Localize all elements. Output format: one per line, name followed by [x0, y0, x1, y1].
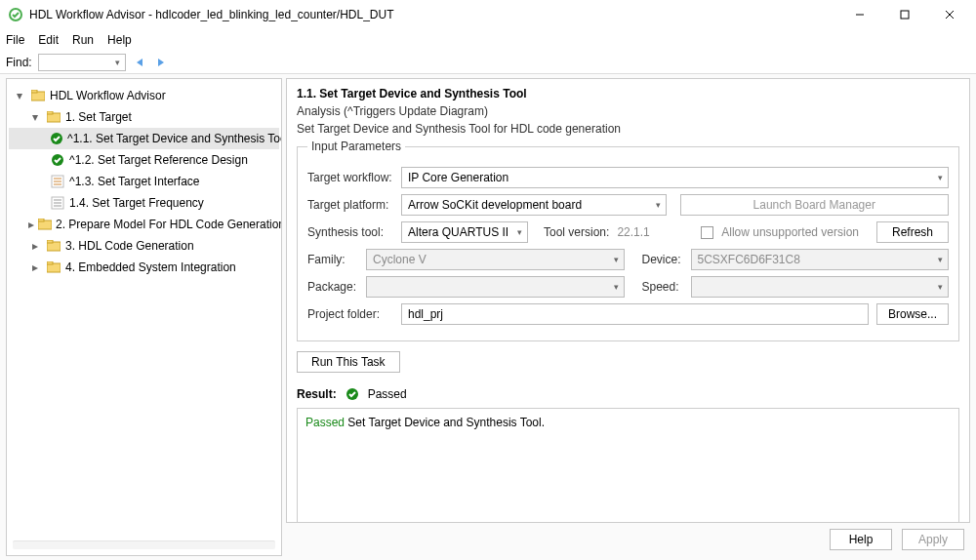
menu-help[interactable]: Help — [107, 33, 132, 47]
folder-icon — [30, 88, 46, 103]
tree-n11[interactable]: ^1.1. Set Target Device and Synthesis To… — [9, 128, 279, 149]
family-select: Cyclone V▾ — [366, 249, 625, 270]
platform-select[interactable]: Arrow SoCKit development board▾ — [401, 194, 667, 216]
tree-pane: ▾ HDL Workflow Advisor ▾ 1. Set Target ^… — [6, 78, 282, 556]
tree-label: ^1.3. Set Target Interface — [69, 175, 200, 188]
svg-rect-8 — [47, 111, 53, 114]
expander-icon[interactable]: ▾ — [28, 110, 42, 124]
menu-edit[interactable]: Edit — [38, 33, 59, 47]
menu-run[interactable]: Run — [72, 33, 94, 47]
synth-select[interactable]: Altera QUARTUS II▾ — [401, 221, 528, 243]
result-text: Set Target Device and Synthesis Tool. — [345, 416, 545, 429]
folder-icon — [46, 238, 61, 254]
tree-n3[interactable]: ▸ 3. HDL Code Generation — [9, 235, 279, 257]
menu-file[interactable]: File — [6, 33, 24, 47]
svg-rect-24 — [47, 261, 53, 264]
synth-value: Altera QUARTUS II — [408, 225, 508, 239]
label-workflow: Target workflow: — [307, 171, 393, 184]
speed-select: ▾ — [691, 276, 950, 298]
label-device: Device: — [642, 253, 683, 266]
apply-button[interactable]: Apply — [902, 529, 964, 550]
folder-icon — [46, 260, 61, 275]
device-value: 5CSXFC6D6F31C8 — [698, 253, 800, 266]
help-button[interactable]: Help — [830, 529, 892, 550]
platform-value: Arrow SoCKit development board — [408, 198, 582, 212]
folder-icon — [38, 217, 52, 232]
device-select: 5CSXFC6D6F31C8▾ — [691, 249, 950, 270]
chevron-down-icon: ▾ — [656, 200, 661, 210]
desc-label: Set Target Device and Synthesis Tool for… — [297, 122, 959, 136]
tree-n14[interactable]: 1.4. Set Target Frequency — [9, 192, 279, 214]
task-icon — [50, 195, 65, 211]
tree-n12[interactable]: ^1.2. Set Target Reference Design — [9, 149, 279, 171]
label-project: Project folder: — [307, 307, 393, 321]
tree-root[interactable]: ▾ HDL Workflow Advisor — [9, 85, 279, 106]
tree-n1[interactable]: ▾ 1. Set Target — [9, 106, 279, 128]
tree-label: 3. HDL Code Generation — [65, 239, 194, 253]
label-family: Family: — [307, 253, 358, 266]
minimize-button[interactable] — [837, 0, 882, 29]
svg-rect-22 — [47, 240, 53, 243]
label-package: Package: — [307, 280, 358, 294]
label-speed: Speed: — [642, 280, 683, 294]
chevron-down-icon: ▾ — [938, 282, 943, 292]
svg-rect-20 — [38, 219, 44, 221]
browse-button[interactable]: Browse... — [876, 303, 949, 325]
chevron-down-icon: ▾ — [517, 227, 522, 237]
package-select: ▾ — [366, 276, 625, 298]
analysis-label: Analysis (^Triggers Update Diagram) — [297, 104, 959, 118]
result-passed: Passed — [305, 416, 345, 429]
expander-icon[interactable]: ▾ — [13, 89, 26, 102]
tree-label: 2. Prepare Model For HDL Code Generation — [56, 218, 281, 231]
label-allow: Allow unsupported version — [721, 225, 859, 239]
result-box: Passed Set Target Device and Synthesis T… — [297, 408, 959, 523]
chevron-down-icon: ▾ — [938, 255, 943, 264]
tree-n4[interactable]: ▸ 4. Embedded System Integration — [9, 257, 279, 278]
horizontal-scrollbar[interactable] — [13, 540, 275, 549]
svg-rect-2 — [901, 11, 909, 19]
project-folder-input[interactable]: hdl_prj — [401, 303, 869, 325]
maximize-button[interactable] — [882, 0, 927, 29]
result-label: Result: — [297, 387, 337, 401]
result-status: Passed — [368, 387, 407, 401]
input-parameters-group: Input Parameters Target workflow: IP Cor… — [297, 140, 959, 341]
tree-label: ^1.2. Set Target Reference Design — [69, 153, 248, 167]
chevron-down-icon: ▾ — [614, 282, 619, 292]
panel-heading: 1.1. Set Target Device and Synthesis Too… — [297, 87, 959, 100]
legend: Input Parameters — [307, 140, 405, 153]
run-this-task-button[interactable]: Run This Task — [297, 351, 400, 373]
tree-label: HDL Workflow Advisor — [50, 89, 166, 102]
label-toolver: Tool version: — [544, 225, 609, 239]
tree-n2[interactable]: ▸ 2. Prepare Model For HDL Code Generati… — [9, 214, 279, 235]
toolver-value: 22.1.1 — [617, 225, 649, 239]
tree-label: 4. Embedded System Integration — [65, 260, 236, 274]
expander-icon[interactable]: ▸ — [28, 218, 34, 231]
folder-icon — [46, 109, 61, 125]
project-value: hdl_prj — [408, 307, 443, 321]
chevron-down-icon: ▾ — [938, 173, 943, 182]
refresh-button[interactable]: Refresh — [876, 221, 949, 243]
svg-rect-6 — [31, 90, 37, 93]
tree-n13[interactable]: ^1.3. Set Target Interface — [9, 171, 279, 192]
tree-label: 1.4. Set Target Frequency — [69, 196, 204, 210]
check-icon — [345, 386, 360, 402]
workflow-select[interactable]: IP Core Generation▾ — [401, 167, 949, 188]
tree-label: ^1.1. Set Target Device and Synthesis To… — [67, 132, 281, 145]
workflow-value: IP Core Generation — [408, 171, 508, 184]
label-synth: Synthesis tool: — [307, 225, 393, 239]
app-icon — [8, 7, 23, 22]
find-input[interactable]: ▾ — [38, 54, 126, 71]
chevron-down-icon: ▾ — [614, 255, 619, 264]
launch-board-manager-button[interactable]: Launch Board Manager — [680, 194, 950, 216]
find-next-icon[interactable] — [153, 55, 169, 70]
find-prev-icon[interactable] — [132, 55, 147, 70]
expander-icon[interactable]: ▸ — [28, 239, 42, 253]
close-button[interactable] — [927, 0, 972, 29]
window-title: HDL Workflow Advisor - hdlcoder_led_blin… — [29, 8, 394, 21]
tree-label: 1. Set Target — [65, 110, 132, 124]
allow-unsupported-checkbox[interactable] — [701, 226, 713, 239]
check-icon — [50, 131, 63, 146]
label-platform: Target platform: — [307, 198, 393, 212]
expander-icon[interactable]: ▸ — [28, 260, 42, 274]
family-value: Cyclone V — [373, 253, 427, 266]
